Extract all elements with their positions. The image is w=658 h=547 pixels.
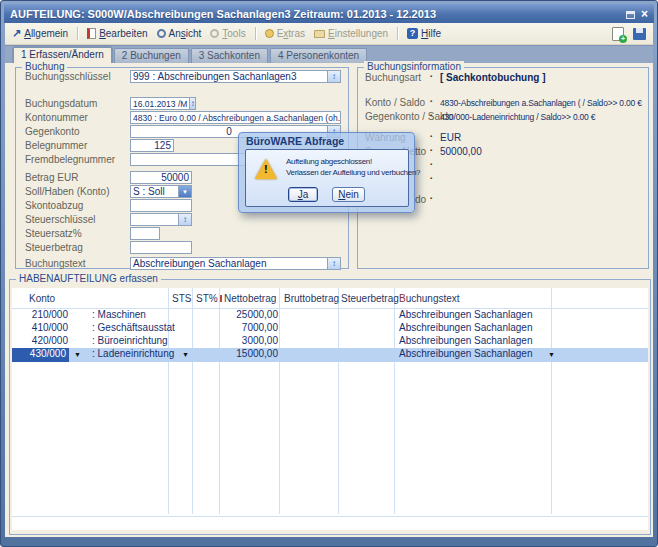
ja-button[interactable]: Ja: [288, 187, 318, 202]
bullet-icon: ▪: [430, 133, 432, 139]
field-buchungstext: Buchungstext Abschreibungen Sachanlagen …: [16, 257, 348, 270]
menu-extras[interactable]: Extras: [265, 28, 305, 39]
nein-button[interactable]: Nein: [332, 187, 365, 202]
dialog-buroware-abfrage: BüroWARE Abfrage ! Aufteilung abgeschlos…: [238, 132, 415, 213]
bullet-icon: ▪: [430, 112, 432, 118]
column-header-nettobetrag[interactable]: Nettobetrag: [224, 293, 276, 304]
info-row-buchungsart: Buchungsart ▪ [ Sachkontobuchung ]: [358, 72, 646, 84]
column-header-sts[interactable]: STS: [172, 293, 191, 304]
steuerschluessel-combo[interactable]: ↕: [130, 213, 192, 226]
dropdown-icon[interactable]: ▼: [74, 351, 81, 358]
client-area: ↗ Allgemein Bearbeiten Ansicht Tools Ext…: [5, 23, 653, 537]
window-title: AUFTEILUNG: S000W/Abschreibungen Sachanl…: [10, 8, 436, 20]
group-label: HABENAUFTEILUNG erfassen: [16, 273, 161, 284]
restore-button[interactable]: [626, 5, 635, 23]
kontonummer-combo[interactable]: 4830 : Euro 0.00 / Abschreibungen a.Sach…: [130, 111, 341, 124]
save-button[interactable]: [633, 28, 646, 40]
menu-einstellungen[interactable]: Einstellungen: [314, 28, 388, 39]
buchungstext-combo[interactable]: Abschreibungen Sachanlagen ↕: [130, 257, 341, 270]
selected-account-cell[interactable]: 430/000: [12, 348, 69, 362]
dialog-title: BüroWARE Abfrage: [246, 135, 344, 147]
skontoabzug-input[interactable]: [130, 199, 192, 212]
field-kontonummer: Kontonummer 4830 : Euro 0.00 / Abschreib…: [16, 111, 348, 124]
group-habenaufteilung: HABENAUFTEILUNG erfassen Konto STS ST% N…: [9, 279, 651, 535]
menu-hilfe[interactable]: ? Hilfe: [407, 28, 441, 39]
menu-label: Bearbeiten: [99, 28, 147, 39]
combo-updown-icon[interactable]: ↕: [327, 71, 340, 82]
dropdown-icon[interactable]: ▼: [548, 351, 555, 358]
field-label: Fremdbelegnummer: [25, 154, 115, 165]
titlebar: AUFTEILUNG: S000W/Abschreibungen Sachanl…: [4, 4, 654, 23]
settings-icon: [314, 30, 325, 38]
menu-label: Ansicht: [169, 28, 202, 39]
buchungsdatum-input[interactable]: 16.01.2013 /M ↕: [130, 97, 196, 110]
restore-icon: [626, 11, 635, 19]
group-label: Buchungsinformation: [364, 61, 464, 72]
field-label: Kontonummer: [25, 112, 88, 123]
combo-updown-icon[interactable]: ↕: [327, 258, 340, 269]
field-steuerbetrag: Steuerbetrag: [16, 241, 348, 254]
menu-label: Allgemein: [24, 28, 68, 39]
table-row[interactable]: 210/000 : Maschinen 25000,00 Abschreibun…: [12, 309, 648, 322]
combo-updown-icon[interactable]: ↕: [189, 98, 195, 109]
table-bottom-line: [12, 516, 648, 517]
soll-haben-dropdown[interactable]: S : Soll ▼: [130, 185, 192, 198]
tab-personenkonten[interactable]: 4 Personenkonten: [270, 48, 367, 63]
field-buchungsdatum: Buchungsdatum 16.01.2013 /M ↕: [16, 97, 348, 110]
combo-updown-icon[interactable]: ↕: [178, 214, 191, 225]
column-header-konto[interactable]: Konto: [29, 293, 55, 304]
dropdown-icon[interactable]: ▼: [182, 351, 189, 358]
new-document-button[interactable]: +: [612, 27, 624, 41]
field-label: Gegenkonto: [25, 126, 80, 137]
dropdown-icon[interactable]: ▼: [178, 186, 191, 197]
close-icon: ×: [641, 7, 648, 21]
field-label: Steuerschlüssel: [25, 214, 96, 225]
extras-icon: [265, 29, 274, 38]
warning-exclamation: !: [264, 163, 268, 175]
menu-label: Tools: [222, 28, 245, 39]
field-label: Belegnummer: [25, 140, 87, 151]
menu-label: Hilfe: [421, 28, 441, 39]
table-row[interactable]: 410/000 : Geschäftsausstat 7000,00 Absch…: [12, 322, 648, 335]
table-row-selected[interactable]: 430/000 ▼ : Ladeneinrichtung ▼ 15000,00 …: [12, 348, 648, 362]
steuerbetrag-input[interactable]: [130, 241, 192, 254]
edit-icon: [87, 28, 96, 39]
field-label: Betrag EUR: [25, 172, 78, 183]
field-label: Buchungsschlüssel: [25, 71, 111, 82]
menu-separator: [397, 27, 398, 40]
field-buchungsschluessel: Buchungsschlüssel 999 : Abschreibungen S…: [16, 70, 348, 83]
menu-tools[interactable]: Tools: [210, 28, 245, 39]
bullet-icon: ▪: [430, 161, 432, 167]
belegnummer-input[interactable]: 125: [130, 139, 174, 152]
field-steuerschluessel: Steuerschlüssel ↕: [16, 213, 348, 226]
tab-buchungen[interactable]: 2 Buchungen: [114, 48, 189, 63]
menu-ansicht[interactable]: Ansicht: [157, 28, 202, 39]
column-header-stpct[interactable]: ST%: [196, 293, 218, 304]
column-header-buchungstext[interactable]: Buchungstext: [399, 293, 460, 304]
betrag-input[interactable]: 50000: [130, 171, 192, 184]
bullet-icon: ▪: [430, 175, 432, 181]
menu-label: Einstellungen: [328, 28, 388, 39]
column-header-steuerbetrag[interactable]: Steuerbetrag: [341, 293, 399, 304]
buchungsschluessel-combo[interactable]: 999 : Abschreibungen Sachanlagen3 ↕: [130, 70, 341, 83]
menu-allgemein[interactable]: ↗ Allgemein: [12, 28, 68, 39]
tabstrip: 1 Erfassen/Ändern 2 Buchungen 3 Sachkont…: [5, 45, 653, 63]
close-button[interactable]: ×: [641, 8, 648, 20]
field-label: Buchungsdatum: [25, 98, 97, 109]
field-label: Skontoabzug: [25, 200, 83, 211]
field-label: Steuerbetrag: [25, 242, 83, 253]
menu-separator: [77, 27, 78, 40]
buroware-window: AUFTEILUNG: S000W/Abschreibungen Sachanl…: [0, 0, 658, 547]
table-row[interactable]: 420/000 : Büroeinrichtung 3000,00 Abschr…: [12, 335, 648, 348]
field-label: Buchungstext: [25, 258, 86, 269]
arrow-ne-icon: ↗: [12, 28, 21, 39]
bullet-icon: ▪: [430, 195, 432, 201]
menu-bearbeiten[interactable]: Bearbeiten: [87, 28, 147, 39]
bullet-icon: ▪: [430, 73, 432, 79]
tab-sachkonten[interactable]: 3 Sachkonten: [191, 48, 268, 63]
steuersatz-input[interactable]: [130, 227, 160, 240]
dialog-message: Aufteilung abgeschlossen! Verlassen der …: [286, 156, 420, 178]
column-header-bruttobetrag[interactable]: Bruttobetrag: [284, 293, 339, 304]
info-row-gegenkonto-saldo: Gegenkonto / Saldo ▪ 430/000-Ladeneinric…: [358, 111, 646, 123]
bullet-icon: ▪: [430, 98, 432, 104]
